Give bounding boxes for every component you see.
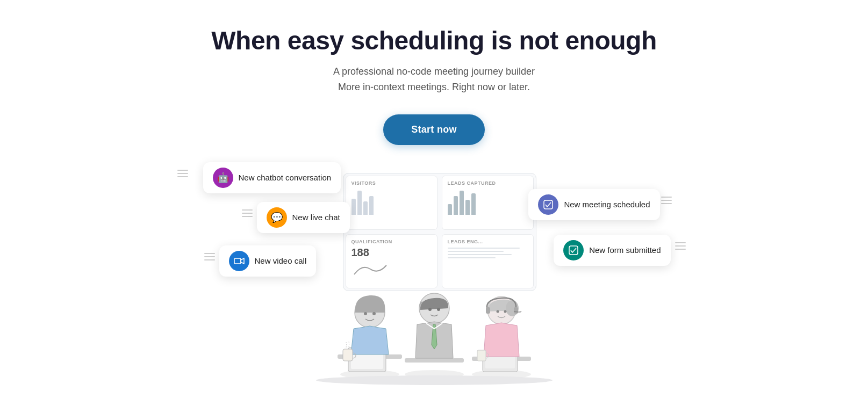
visual-area: VISITORS LEADS CAPTURED	[192, 162, 676, 388]
subtitle: A professional no-code meeting journey b…	[333, 64, 535, 95]
engagement-lines	[448, 248, 528, 258]
ground-shadow	[316, 375, 553, 385]
videocall-icon	[229, 251, 249, 271]
bar	[357, 191, 362, 215]
video-icon	[234, 257, 245, 265]
svg-point-9	[372, 312, 376, 315]
svg-rect-26	[477, 350, 486, 361]
bar	[465, 200, 470, 215]
drag-handle-meeting	[661, 197, 672, 204]
meeting-icon	[538, 194, 558, 215]
videocall-label: New video call	[255, 256, 307, 265]
visitors-panel: VISITORS	[346, 176, 437, 230]
livechat-icon: 💬	[267, 207, 287, 228]
page-title: When easy scheduling is not enough	[211, 26, 656, 55]
meeting-notification-card: New meeting scheduled	[528, 189, 659, 220]
svg-rect-12	[405, 358, 464, 363]
bar	[369, 196, 374, 215]
start-now-button[interactable]: Start now	[383, 114, 485, 145]
drag-handle-livechat	[242, 209, 253, 217]
meeting-label: New meeting scheduled	[564, 200, 650, 209]
chatbot-icon: 🤖	[213, 168, 233, 188]
svg-rect-24	[486, 307, 490, 314]
people-illustration	[300, 270, 569, 388]
bar	[351, 199, 356, 215]
meeting-check-icon	[543, 200, 553, 209]
svg-rect-25	[514, 307, 518, 314]
bar	[448, 204, 452, 215]
svg-point-23	[504, 310, 506, 313]
leads-chart	[448, 188, 528, 215]
leads-panel: LEADS CAPTURED	[442, 176, 534, 230]
form-notification-card: New form submitted	[554, 235, 670, 266]
team-svg	[300, 270, 569, 382]
form-label: New form submitted	[589, 245, 661, 255]
bar	[454, 196, 458, 215]
livechat-label: New live chat	[292, 213, 340, 222]
form-icon	[563, 240, 584, 260]
drag-handle-form	[675, 242, 686, 250]
drag-handle-chatbot	[177, 170, 188, 177]
bar	[471, 193, 476, 215]
chatbot-label: New chatbot conversation	[239, 173, 332, 182]
svg-point-8	[364, 312, 367, 315]
svg-rect-2	[569, 246, 578, 255]
hero-section: When easy scheduling is not enough A pro…	[0, 0, 868, 388]
livechat-notification-card: 💬 New live chat	[257, 202, 350, 233]
bar	[363, 201, 368, 215]
chatbot-notification-card: 🤖 New chatbot conversation	[203, 162, 341, 193]
form-check-icon	[569, 245, 578, 255]
svg-rect-1	[544, 200, 553, 209]
visitors-chart	[351, 188, 432, 215]
svg-rect-10	[343, 349, 353, 361]
svg-rect-0	[234, 258, 241, 264]
svg-point-22	[496, 310, 499, 313]
svg-point-14	[428, 308, 432, 311]
bar	[460, 191, 464, 215]
svg-point-15	[437, 308, 440, 311]
drag-handle-videocall	[204, 253, 215, 260]
